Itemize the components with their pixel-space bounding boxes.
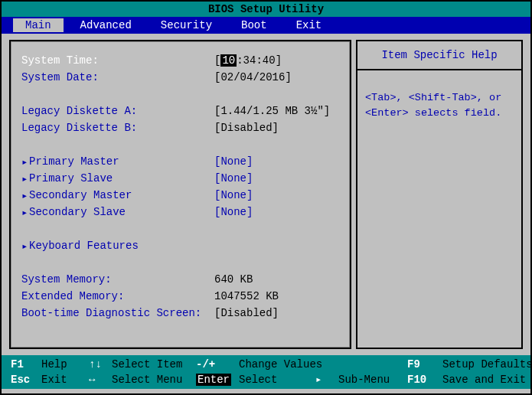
tab-exit[interactable]: Exit — [284, 18, 335, 32]
keyboard-features-label[interactable]: Keyboard Features — [29, 240, 139, 252]
esc-key: Esc — [11, 374, 41, 386]
help-hint: Help — [41, 358, 89, 371]
boot-diag-label: Boot-time Diagnostic Screen: — [21, 307, 214, 319]
boot-diag-value[interactable]: [Disabled] — [214, 307, 279, 319]
menu-bar: Main Advanced Security Boot Exit — [2, 17, 530, 34]
window-title: BIOS Setup Utility — [2, 2, 530, 17]
plusminus-key: -/+ — [196, 358, 239, 371]
submenu-triangle-icon: ▸ — [315, 373, 338, 386]
tab-boot[interactable]: Boot — [229, 18, 279, 32]
f9-key: F9 — [407, 358, 442, 371]
select-menu-hint: Select Menu — [112, 374, 196, 386]
system-memory-label: System Memory: — [21, 273, 214, 286]
triangle-icon: ▸ — [21, 189, 29, 202]
primary-slave-label[interactable]: Primary Slave — [29, 172, 214, 184]
setup-defaults-hint: Setup Defaults — [442, 358, 532, 371]
system-time-value[interactable]: [10:34:40] — [214, 54, 282, 67]
leftright-key: ↔ — [89, 374, 112, 386]
legacy-diskette-b-value[interactable]: [Disabled] — [214, 122, 279, 134]
tab-main[interactable]: Main — [13, 18, 64, 32]
secondary-master-value[interactable]: [None] — [214, 189, 253, 201]
system-memory-value: 640 KB — [214, 273, 253, 286]
enter-key: Enter — [196, 374, 231, 386]
triangle-icon: ▸ — [21, 240, 29, 253]
system-time-label: System Time: — [21, 54, 214, 67]
footer-bar: F1 Help ↑↓ Select Item -/+ Change Values… — [2, 355, 530, 389]
change-values-hint: Change Values — [239, 358, 315, 371]
system-date-label: System Date: — [21, 71, 214, 83]
primary-master-value[interactable]: [None] — [214, 155, 253, 168]
extended-memory-label: Extended Memory: — [21, 290, 214, 302]
triangle-icon: ▸ — [21, 206, 29, 219]
triangle-icon: ▸ — [21, 172, 29, 185]
submenu-hint: Sub-Menu — [338, 374, 407, 386]
secondary-slave-value[interactable]: [None] — [214, 206, 253, 218]
primary-slave-value[interactable]: [None] — [214, 172, 253, 184]
main-panel: System Time: [10:34:40] System Date: [02… — [9, 40, 351, 349]
save-exit-hint: Save and Exit — [442, 374, 532, 386]
triangle-icon: ▸ — [21, 155, 29, 168]
select-item-hint: Select Item — [112, 358, 196, 371]
primary-master-label[interactable]: Primary Master — [29, 155, 214, 168]
tab-advanced[interactable]: Advanced — [68, 18, 144, 32]
help-body: <Tab>, <Shift-Tab>, or <Enter> selects f… — [357, 70, 521, 142]
exit-hint: Exit — [41, 374, 89, 386]
secondary-master-label[interactable]: Secondary Master — [29, 189, 214, 201]
legacy-diskette-b-label: Legacy Diskette B: — [21, 122, 214, 134]
system-date-value[interactable]: [02/04/2016] — [214, 71, 292, 83]
legacy-diskette-a-value[interactable]: [1.44/1.25 MB 3½"] — [214, 105, 330, 117]
tab-security[interactable]: Security — [149, 18, 224, 32]
help-title: Item Specific Help — [357, 41, 521, 70]
f1-key: F1 — [11, 358, 41, 371]
extended-memory-value: 1047552 KB — [214, 290, 279, 302]
select-hint: Select — [239, 374, 315, 386]
updown-key: ↑↓ — [89, 358, 112, 371]
help-panel: Item Specific Help <Tab>, <Shift-Tab>, o… — [356, 40, 523, 349]
secondary-slave-label[interactable]: Secondary Slave — [29, 206, 214, 218]
legacy-diskette-a-label: Legacy Diskette A: — [21, 105, 214, 117]
f10-key: F10 — [407, 374, 442, 386]
